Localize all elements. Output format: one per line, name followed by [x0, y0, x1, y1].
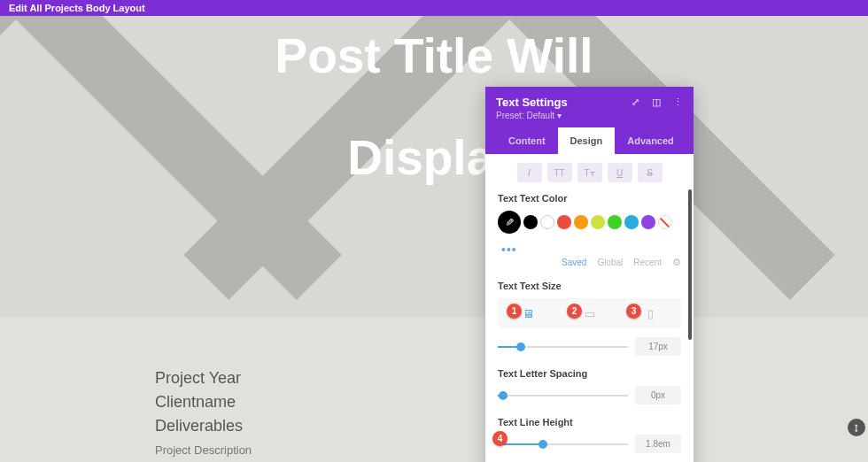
project-meta: Project Year Clientname Deliverables Pro…: [155, 366, 252, 457]
meta-deliverables: Deliverables: [155, 414, 252, 438]
uppercase-button[interactable]: TT: [547, 163, 572, 182]
tab-design[interactable]: Design: [558, 127, 616, 154]
preset-dropdown[interactable]: Preset: Default ▾: [496, 111, 683, 127]
dock-icon[interactable]: ◫: [651, 97, 662, 108]
color-picker-button[interactable]: [498, 211, 521, 234]
lineheight-label: Text Line Height: [498, 417, 681, 427]
gear-icon[interactable]: ⚙: [672, 257, 681, 268]
swatch-black[interactable]: [523, 215, 538, 229]
size-value[interactable]: 17px: [635, 337, 681, 356]
spacing-slider-row: 0px: [498, 386, 681, 404]
color-label: Text Text Color: [498, 193, 681, 204]
spacing-slider[interactable]: [498, 395, 628, 397]
color-tab-global[interactable]: Global: [597, 258, 623, 267]
color-tab-recent[interactable]: Recent: [633, 258, 662, 267]
meta-description: Project Description: [155, 443, 252, 457]
color-tab-saved[interactable]: Saved: [562, 258, 586, 267]
swatch-purple[interactable]: [641, 215, 655, 229]
panel-header: Text Settings ⤢ ◫ ⋮ Preset: Default ▾ Co…: [485, 87, 694, 154]
annotation-badge-4: 4: [492, 431, 508, 446]
annotation-badge-3: 3: [626, 304, 641, 319]
resize-handle-icon[interactable]: ⤡: [844, 415, 868, 440]
slider-thumb[interactable]: [499, 391, 508, 400]
tab-content[interactable]: Content: [496, 127, 558, 154]
annotation-badge-1: 1: [507, 304, 522, 319]
swatch-white[interactable]: [540, 215, 554, 229]
size-label: Text Text Size: [498, 281, 681, 291]
lineheight-slider[interactable]: [498, 443, 628, 445]
size-slider[interactable]: [498, 346, 628, 348]
smallcaps-button[interactable]: Tᴛ: [577, 163, 602, 182]
panel-title: Text Settings: [496, 96, 568, 109]
panel-body: I TT Tᴛ U S Text Text Color •••: [485, 154, 694, 462]
spacing-value[interactable]: 0px: [635, 386, 681, 404]
annotation-badge-2: 2: [567, 304, 582, 319]
more-swatches[interactable]: •••: [498, 239, 681, 257]
slider-thumb[interactable]: [516, 343, 525, 351]
tab-advanced[interactable]: Advanced: [615, 127, 686, 154]
lineheight-slider-row: 4 1.8em: [498, 435, 681, 453]
lineheight-value[interactable]: 1.8em: [635, 435, 681, 453]
swatch-red[interactable]: [557, 215, 571, 229]
panel-tabs: Content Design Advanced: [496, 127, 683, 154]
underline-button[interactable]: U: [608, 163, 632, 182]
device-selector: 1 🖥 2 ▭ 3 ▯: [498, 298, 681, 328]
post-title-line1: Post Title Will: [0, 29, 868, 83]
swatch-orange[interactable]: [574, 215, 588, 229]
size-slider-row: 17px: [498, 337, 681, 356]
meta-year: Project Year: [155, 366, 252, 390]
format-toolbar: I TT Tᴛ U S: [498, 163, 681, 182]
hero-section: Post Title Will Display: [0, 16, 868, 317]
swatch-yellow[interactable]: [591, 215, 605, 229]
strike-button[interactable]: S: [638, 163, 663, 182]
canvas: Post Title Will Display Project Year Cli…: [0, 16, 868, 462]
slider-thumb[interactable]: [539, 440, 547, 449]
text-settings-panel: Text Settings ⤢ ◫ ⋮ Preset: Default ▾ Co…: [485, 87, 694, 462]
expand-icon[interactable]: ⤢: [630, 97, 640, 108]
scrollbar[interactable]: [688, 189, 692, 340]
italic-button[interactable]: I: [517, 163, 542, 182]
spacing-label: Text Letter Spacing: [498, 368, 681, 379]
kebab-menu-icon[interactable]: ⋮: [672, 97, 683, 108]
swatch-none[interactable]: [658, 215, 672, 229]
swatch-blue[interactable]: [624, 215, 639, 229]
meta-client: Clientname: [155, 390, 252, 414]
post-title-line2: Display: [0, 129, 868, 186]
swatch-green[interactable]: [608, 215, 622, 229]
top-bar: Edit All Projects Body Layout: [0, 0, 868, 16]
color-swatches: [498, 211, 681, 234]
top-bar-title: Edit All Projects Body Layout: [9, 3, 145, 13]
